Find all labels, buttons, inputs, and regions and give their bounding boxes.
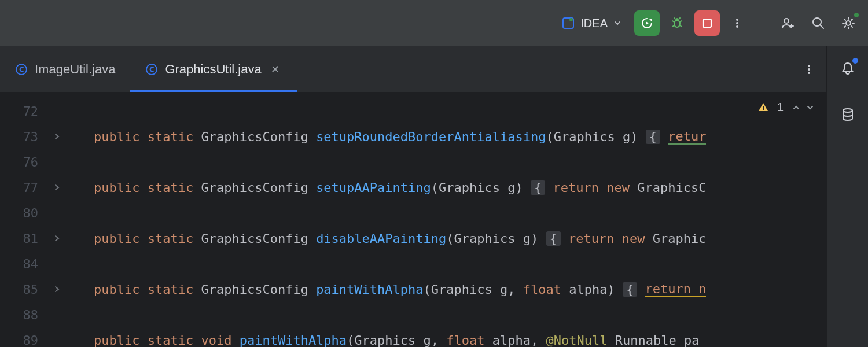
- fold-toggle[interactable]: [45, 234, 68, 242]
- code-line[interactable]: public static GraphicsConfig setupAAPain…: [94, 175, 826, 200]
- tab-more-button[interactable]: [792, 46, 826, 92]
- code-line[interactable]: public static GraphicsConfig setupRounde…: [94, 124, 826, 149]
- next-highlight-button[interactable]: [806, 103, 815, 112]
- gutter: 72737677808184858889: [0, 93, 75, 347]
- chevron-down-icon: [613, 19, 621, 27]
- line-number: 76: [0, 155, 45, 169]
- svg-point-14: [808, 72, 810, 74]
- notifications-button[interactable]: [836, 57, 859, 80]
- rerun-button[interactable]: [634, 10, 660, 36]
- warning-icon: [757, 102, 769, 113]
- line-number: 89: [0, 333, 45, 348]
- code-line[interactable]: [94, 251, 826, 276]
- svg-point-12: [808, 65, 810, 67]
- code-line[interactable]: public static void paintWithAlpha(Graphi…: [94, 327, 826, 347]
- svg-rect-15: [763, 106, 764, 109]
- editor-tab[interactable]: ImageUtil.java: [0, 46, 130, 92]
- java-class-icon: [15, 63, 28, 76]
- svg-point-10: [16, 64, 27, 75]
- svg-point-5: [736, 22, 738, 24]
- code-line[interactable]: public static GraphicsConfig disableAAPa…: [94, 226, 826, 251]
- line-number: 80: [0, 206, 45, 220]
- run-configuration-selector[interactable]: IDEA: [554, 12, 630, 35]
- svg-point-17: [843, 109, 852, 112]
- code-line[interactable]: [94, 302, 826, 327]
- database-button[interactable]: [836, 103, 859, 126]
- editor[interactable]: 1 72737677808184858889 public static Gra…: [0, 93, 826, 347]
- line-number: 85: [0, 282, 45, 297]
- svg-rect-3: [703, 19, 711, 27]
- run-target-label: IDEA: [580, 17, 608, 30]
- svg-point-7: [784, 19, 789, 23]
- svg-point-4: [736, 19, 738, 21]
- fold-toggle[interactable]: [45, 285, 68, 293]
- stop-button[interactable]: [694, 10, 720, 36]
- svg-point-6: [736, 25, 738, 28]
- java-class-icon: [145, 63, 158, 76]
- code-area[interactable]: public static GraphicsConfig setupRounde…: [75, 93, 826, 347]
- svg-point-13: [808, 68, 810, 71]
- line-number: 77: [0, 180, 45, 195]
- debug-button[interactable]: [664, 10, 690, 36]
- code-line[interactable]: [94, 149, 826, 175]
- inspection-widget[interactable]: 1: [757, 101, 815, 114]
- code-line[interactable]: [94, 200, 826, 226]
- line-number: 73: [0, 130, 45, 144]
- settings-button[interactable]: [836, 10, 861, 36]
- prev-highlight-button[interactable]: [792, 103, 801, 112]
- more-actions-button[interactable]: [724, 10, 750, 36]
- line-number: 81: [0, 231, 45, 246]
- editor-tabs: ImageUtil.javaGraphicsUtil.java✕: [0, 46, 826, 93]
- search-everywhere-button[interactable]: [806, 10, 831, 36]
- svg-point-11: [146, 64, 157, 75]
- svg-point-9: [846, 21, 851, 25]
- tab-label: ImageUtil.java: [35, 62, 115, 77]
- close-icon[interactable]: ✕: [269, 61, 282, 78]
- fold-toggle[interactable]: [45, 183, 68, 191]
- intellij-icon: [562, 17, 575, 29]
- editor-tab[interactable]: GraphicsUtil.java✕: [130, 46, 296, 92]
- fold-toggle[interactable]: [45, 132, 68, 141]
- code-with-me-button[interactable]: [775, 10, 801, 36]
- notification-dot-icon: [852, 58, 858, 64]
- line-number: 84: [0, 257, 45, 271]
- main-toolbar: IDEA: [0, 0, 868, 46]
- line-number: 72: [0, 104, 45, 119]
- svg-rect-16: [763, 109, 764, 110]
- svg-point-2: [674, 20, 680, 27]
- line-number: 88: [0, 308, 45, 322]
- warning-count: 1: [777, 101, 784, 114]
- svg-point-1: [569, 18, 573, 21]
- code-line[interactable]: [94, 98, 826, 124]
- tab-label: GraphicsUtil.java: [165, 62, 261, 77]
- code-line[interactable]: public static GraphicsConfig paintWithAl…: [94, 276, 826, 302]
- right-tool-strip: [826, 46, 868, 347]
